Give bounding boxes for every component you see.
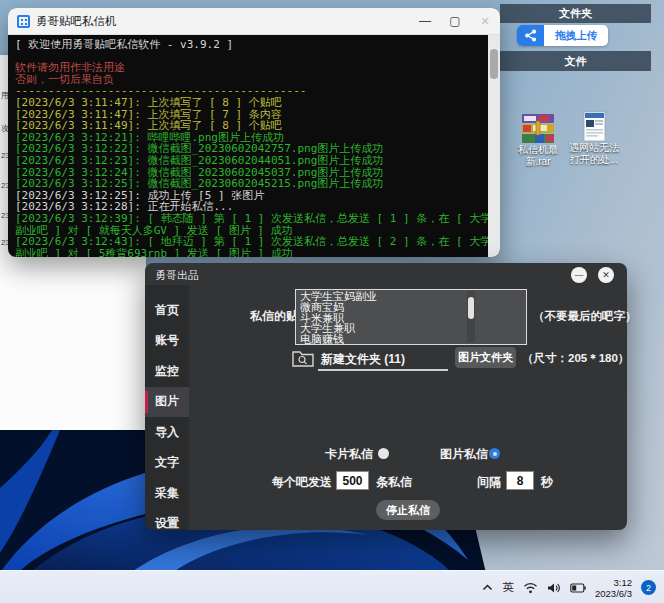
folder-search-icon[interactable]	[292, 349, 314, 367]
sidebar-item-label: 导入	[155, 424, 179, 441]
upload-folder-band: 文件夹	[500, 4, 651, 23]
document-icon	[583, 111, 606, 142]
interval-label: 间隔	[477, 474, 501, 491]
console-line	[15, 51, 488, 63]
drag-upload-button[interactable]: 拖拽上传	[517, 25, 608, 46]
listbox-scrollbar[interactable]	[467, 291, 475, 343]
share-icon	[517, 25, 544, 46]
sidebar-item-label: 图片	[155, 393, 179, 410]
taskbar: 英	[0, 570, 664, 603]
console-line: 副业吧 ] 对 [ 5稚背693rnb ] 发送 [ 图片 ] 成功	[15, 248, 488, 257]
desktop-icon-rar[interactable]: 私信机最 新.rar	[510, 113, 566, 168]
dialog-sidebar: 首页 账号 监控 图片 导入 文字	[145, 285, 189, 530]
drag-upload-label: 拖拽上传	[544, 25, 608, 46]
notification-badge[interactable]: 2	[641, 580, 656, 595]
console-line: [2023/6/3 3:12:39]: [ 韩态随 ] 第 [ 1 ] 次发送私…	[15, 213, 488, 225]
console-line: [2023/6/3 3:12:24]: 微信截图_20230602045037.…	[15, 167, 488, 179]
minimize-button[interactable]: —	[410, 8, 440, 34]
sidebar-item[interactable]: 账号	[145, 326, 189, 357]
console-line: [2023/6/3 3:12:21]: 哔哩哔哩.png图片上传成功	[15, 132, 488, 144]
dialog-close-button[interactable]: ✕	[598, 267, 614, 283]
console-titlebar[interactable]: 勇哥贴吧私信机 — ▢ ✕	[8, 8, 500, 35]
tieba-listbox[interactable]: 大学生宝妈副业 微商宝妈 斗米兼职 大学生兼职 电脑赚钱	[295, 289, 527, 345]
send-count-prefix: 每个吧发送	[272, 474, 332, 491]
console-line: ----------------------------------------…	[15, 85, 488, 97]
console-line: [2023/6/3 3:12:25]: 成功上传 [5 ] 张图片	[15, 190, 488, 202]
system-tray: 英	[481, 571, 656, 603]
dialog-minimize-button[interactable]: —	[571, 267, 587, 283]
console-line: [2023/6/3 3:12:28]: 正在开始私信...	[15, 201, 488, 213]
radio-image-label: 图片私信	[440, 446, 488, 463]
console-title: 勇哥贴吧私信机	[36, 14, 117, 29]
hidden-icons-chevron[interactable]	[481, 582, 494, 593]
upload-file-band: 文件	[500, 51, 651, 71]
sidebar-item[interactable]: 图片	[145, 387, 189, 418]
interval-input[interactable]: 8	[506, 471, 534, 490]
maximize-button[interactable]: ▢	[440, 8, 470, 34]
ime-indicator[interactable]: 英	[503, 580, 515, 595]
console-line: [ 欢迎使用勇哥贴吧私信软件 - v3.9.2 ]	[15, 39, 488, 51]
dialog-titlebar[interactable]: 勇哥出品 — ✕	[145, 263, 627, 287]
icon-label: 私信机最	[518, 144, 558, 156]
console-line: 软件请勿用作非法用途	[15, 62, 488, 74]
clock-time: 3:12	[614, 577, 633, 588]
sidebar-item-label: 账号	[155, 332, 179, 349]
console-line: [2023/6/3 3:12:25]: 微信截图_20230602045215.…	[15, 178, 488, 190]
dialog-title: 勇哥出品	[155, 268, 199, 283]
sidebar-item-label: 监控	[155, 363, 179, 380]
stop-button[interactable]: 停止私信	[376, 500, 440, 520]
folder-band-label: 文件夹	[559, 6, 592, 21]
clock-date: 2023/6/3	[595, 588, 632, 599]
console-output: [ 欢迎使用勇哥贴吧私信软件 - v3.9.2 ] 软件请勿用作非法用途 否则，…	[8, 35, 488, 257]
radio-image[interactable]	[489, 448, 500, 459]
sidebar-item[interactable]: 导入	[145, 417, 189, 448]
sidebar-item[interactable]: 监控	[145, 356, 189, 387]
console-line: [2023/6/3 3:11:49]: 上次填写了 [ 8 ] 个贴吧	[15, 120, 488, 132]
tieba-list-item: 微商宝妈	[300, 302, 522, 313]
console-line: [2023/6/3 3:11:47]: 上次填写了 [ 7 ] 条内容	[15, 109, 488, 121]
console-app-icon	[17, 15, 30, 28]
file-band-label: 文件	[565, 54, 587, 69]
clock[interactable]: 3:12 2023/6/3	[595, 577, 632, 599]
listbox-scrollbar-thumb[interactable]	[468, 297, 474, 319]
desktop: 文件夹 拖拽上传 文件 私信机最 新.rar	[0, 0, 664, 603]
send-count-suffix: 条私信	[376, 474, 412, 491]
sidebar-item[interactable]: 首页	[145, 295, 189, 326]
sidebar-item-label: 文字	[155, 454, 179, 471]
battery-icon[interactable]	[570, 583, 586, 593]
console-line: 副业吧 ] 对 [ 就每天人多GV ] 发送 [ 图片 ] 成功	[15, 225, 488, 237]
console-line: [2023/6/3 3:11:47]: 上次填写了 [ 8 ] 个贴吧	[15, 97, 488, 109]
console-window: 勇哥贴吧私信机 — ▢ ✕ [ 欢迎使用勇哥贴吧私信软件 - v3.9.2 ] …	[8, 8, 500, 257]
size-note: （尺寸：205＊180）	[522, 351, 629, 366]
desktop-icon-doc[interactable]: 遇网站无法 打开的处...	[566, 111, 622, 166]
scrollbar-thumb[interactable]	[490, 49, 498, 79]
folder-name-value[interactable]: 新建文件夹 (11)	[321, 351, 405, 368]
sidebar-item[interactable]: 采集	[145, 478, 189, 509]
console-line: [2023/6/3 3:12:23]: 微信截图_20230602044051.…	[15, 155, 488, 167]
tieba-list-item: 电脑赚钱	[300, 334, 522, 345]
sidebar-item-label: 设置	[155, 515, 179, 532]
console-scrollbar[interactable]	[488, 35, 500, 257]
sidebar-item-label: 采集	[155, 485, 179, 502]
send-count-input[interactable]: 500	[336, 471, 369, 490]
close-button[interactable]: ✕	[470, 8, 500, 34]
console-line: [2023/6/3 3:12:43]: [ 地拜迈 ] 第 [ 1 ] 次发送私…	[15, 236, 488, 248]
console-line: 否则，一切后果自负	[15, 74, 488, 86]
app-dialog: 勇哥出品 — ✕ 首页 账号 监控 图片	[145, 263, 627, 530]
radio-card-label: 卡片私信	[325, 446, 373, 463]
icon-label: 遇网站无法	[569, 142, 619, 154]
radio-card[interactable]	[378, 448, 389, 459]
volume-icon[interactable]	[547, 582, 561, 594]
sidebar-item[interactable]: 文字	[145, 448, 189, 479]
sidebar-item-label: 首页	[155, 302, 179, 319]
wifi-icon[interactable]	[523, 582, 538, 594]
icon-label: 新.rar	[526, 156, 551, 168]
image-folder-button[interactable]: 图片文件夹	[455, 347, 516, 368]
icon-label: 打开的处...	[570, 154, 618, 166]
console-line: [2023/6/3 3:12:22]: 微信截图_20230602042757.…	[15, 143, 488, 155]
tieba-note: （不要最后的吧字）	[533, 309, 637, 324]
sidebar-item[interactable]: 设置	[145, 509, 189, 540]
winrar-icon	[521, 113, 555, 144]
interval-unit: 秒	[541, 474, 553, 491]
